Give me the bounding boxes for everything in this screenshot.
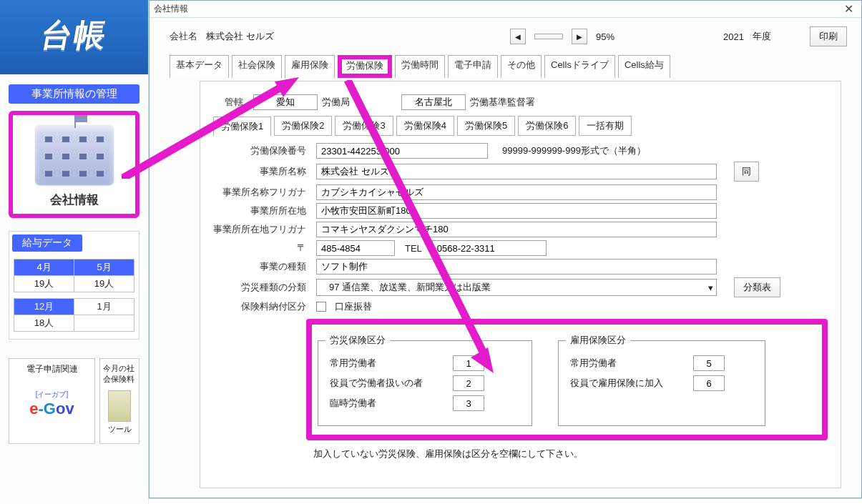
koyo-r1-label: 常用労働者 [570,357,685,370]
salary-table-2: 12月 1月 18人 [14,298,134,332]
jigyo-name-input[interactable] [316,164,717,179]
subtab-roudou1[interactable]: 労働保険1 [213,117,271,137]
sub-tab-row: 労働保険1 労働保険2 労働保険3 労働保険4 労働保険5 労働保険6 一括有期 [213,116,828,136]
tab-social[interactable]: 社会保険 [232,55,282,78]
subtab-roudou4[interactable]: 労働保険4 [396,116,454,136]
rosai-r1-label: 常用労働者 [330,357,444,370]
tel-input[interactable] [432,240,547,256]
company-name-label: 会社名 [170,30,197,43]
rosai-r1-input[interactable] [453,355,484,371]
tab-other[interactable]: その他 [501,55,542,78]
roudou-no-label: 労働保険番号 [213,144,312,157]
cls-table-button[interactable]: 分類表 [734,277,780,297]
foot-note: 加入していない労災保険、雇用保険は区分を空欄にして下さい。 [313,448,828,460]
zoom-value: 95% [596,31,614,42]
print-button[interactable]: 印刷 [810,26,847,46]
dialog-header-row: 会社名 株式会社 セルズ ◀ ▶ 95% 2021 年度 印刷 [150,18,861,49]
jigyo-kana-input[interactable] [316,184,717,200]
tel-label: TEL [405,243,422,254]
tab-roudou[interactable]: 労働保険 [338,55,392,78]
egov-sub: [イーガブ] [12,390,92,400]
pay-checkbox[interactable] [316,302,326,312]
zip-input[interactable] [316,240,395,256]
tab-eapply[interactable]: 電子申請 [448,55,498,78]
app-logo-banner: 台帳 [0,0,149,74]
subtab-roudou3[interactable]: 労働保険3 [335,116,393,136]
koyo-title: 雇用保険区分 [566,334,630,347]
zip-label: 〒 [213,242,312,255]
social-insurance-title: 今月の社会保険料 [103,363,136,385]
rosai-r2-input[interactable] [453,375,484,391]
salary-val-jan [74,315,134,332]
left-sidebar: 台帳 事業所情報の管理 会社情報 給与データ 4月 5月 19人 19人 [0,0,149,504]
salary-col-jan[interactable]: 1月 [74,299,134,315]
rosai-box: 労災保険区分 常用労働者 役員で労働者扱いの者 臨時労働者 [318,340,532,426]
rosai-r3-input[interactable] [453,395,484,411]
cls-select[interactable]: 97 通信業、放送業、新聞業又は出版業 ▾ [316,279,717,296]
pref-input[interactable] [253,94,318,110]
rosai-title: 労災保険区分 [325,334,390,347]
dialog-titlebar: 会社情報 ✕ [150,1,861,18]
main-tab-row: 基本データ 社会保険 雇用保険 労働保険 労働時間 電子申請 その他 Cells… [150,49,861,78]
jigyo-kana-label: 事業所名称フリガナ [213,186,312,199]
roudou-no-hint: 99999-999999-999形式で（半角） [502,144,646,157]
addr-label: 事業所所在地 [213,204,312,217]
biz-type-label: 事業の種類 [213,260,312,273]
tab-hours[interactable]: 労働時間 [395,55,445,78]
salary-col-may[interactable]: 5月 [74,260,134,276]
rosai-r3-label: 臨時労働者 [330,397,444,410]
tab-basic[interactable]: 基本データ [170,55,229,78]
koyo-r2-label: 役員で雇用保険に加入 [570,377,685,390]
egov-logo: e-Gov [12,400,92,418]
salary-val-may: 19人 [74,276,134,292]
sidebar-bottom-row: 電子申請関連 [イーガブ] e-Gov 今月の社会保険料 ツール [9,358,139,444]
koyo-box: 雇用保険区分 常用労働者 役員で雇用保険に加入 [558,340,765,426]
addr-kana-label: 事業所所在地フリガナ [213,223,312,236]
salary-val-apr: 19人 [14,276,74,292]
close-icon[interactable]: ✕ [840,2,857,16]
year-suffix: 年度 [753,30,771,43]
subtab-roudou5[interactable]: 労働保険5 [457,116,515,136]
office-input[interactable] [401,94,466,110]
subtab-roudou2[interactable]: 労働保険2 [274,116,332,136]
dialog-title: 会社情報 [154,3,840,15]
salary-val-dec: 18人 [14,315,74,332]
same-button[interactable]: 同 [734,162,759,182]
subtab-ikkatsu[interactable]: 一括有期 [579,116,632,136]
cls-value: 97 通信業、放送業、新聞業又は出版業 [320,281,491,294]
pay-label: 保険料納付区分 [213,300,312,313]
salary-col-apr[interactable]: 4月 [14,260,74,276]
koyo-r1-input[interactable] [693,355,725,371]
company-info-label: 会社情報 [20,192,128,208]
kantoku-label: 労働基準監督署 [470,96,535,109]
addr-input[interactable] [316,203,717,219]
app-logo-text: 台帳 [38,14,111,56]
company-info-dialog: 会社情報 ✕ 会社名 株式会社 セルズ ◀ ▶ 95% 2021 年度 印刷 基… [149,0,862,498]
company-info-card[interactable]: 会社情報 [9,111,139,218]
tab-cellsdrive[interactable]: Cellsドライブ [544,55,615,78]
salary-data-card: 給与データ 4月 5月 19人 19人 12月 1月 18人 [9,231,139,340]
social-insurance-box[interactable]: 今月の社会保険料 ツール [99,358,139,444]
addr-kana-input[interactable] [316,222,717,237]
scroll-right-button[interactable]: ▶ [572,29,587,44]
insurance-classification-highlight: 労災保険区分 常用労働者 役員で労働者扱いの者 臨時労働者 雇用保険区分 常用労… [306,319,828,440]
kankatsu-label: 管轄 [213,96,249,109]
biz-type-input[interactable] [316,259,717,275]
egov-title: 電子申請関連 [12,363,92,375]
abacus-icon [108,390,131,422]
subtab-roudou6[interactable]: 労働保険6 [518,116,576,136]
salary-table-1: 4月 5月 19人 19人 [14,259,134,292]
zoom-scrollbar[interactable] [534,34,563,39]
roudou-no-input[interactable] [316,143,488,159]
scroll-left-button[interactable]: ◀ [510,29,526,44]
tool-label: ツール [103,424,136,435]
chevron-down-icon: ▾ [708,282,713,293]
form-panel: 管轄 労働局 労働基準監督署 労働保険1 労働保険2 労働保険3 労働保険4 労… [200,81,841,488]
egov-box[interactable]: 電子申請関連 [イーガブ] e-Gov [9,358,95,444]
sidebar-section-header: 事業所情報の管理 [9,84,139,104]
tab-koyo[interactable]: 雇用保険 [285,55,335,78]
tab-cellssalary[interactable]: Cells給与 [618,55,670,78]
salary-col-dec[interactable]: 12月 [14,299,74,315]
koyo-r2-input[interactable] [693,375,725,391]
pay-checkbox-label: 口座振替 [335,300,372,313]
